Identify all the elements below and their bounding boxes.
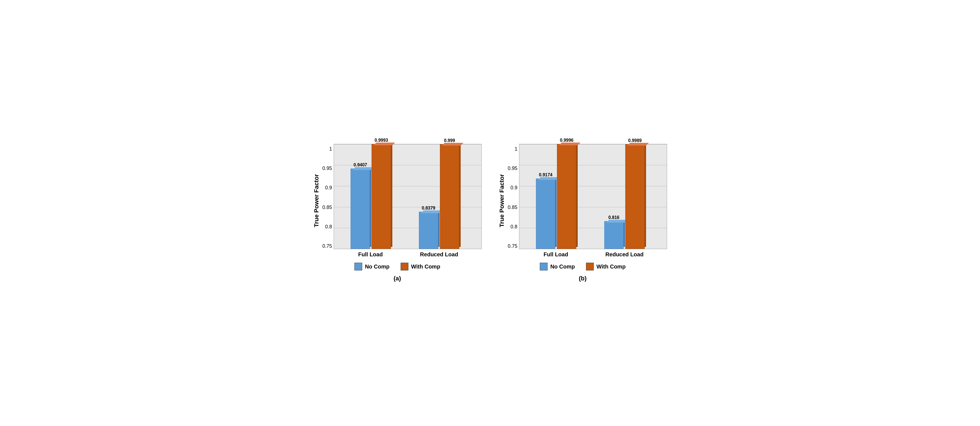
bar-group-0: 0.94070.9993 [350, 138, 391, 249]
bar-group-1: 0.83790.999 [419, 138, 459, 249]
y-tick: 0.85 [508, 204, 517, 211]
bar-blue [350, 169, 370, 249]
y-tick: 0.8 [511, 224, 517, 230]
y-tick: 0.95 [508, 166, 517, 171]
bar-group-1: 0.8160.9989 [604, 138, 645, 249]
x-axis-chart-a: Full LoadReduced Load [333, 249, 482, 258]
y-tick: 0.8 [325, 224, 332, 230]
chart-area-chart-a: True Power Factor10.950.90.850.80.750.94… [313, 144, 482, 258]
legend-label: With Comp [411, 263, 440, 270]
chart-wrapper-chart-a: True Power Factor10.950.90.850.80.750.94… [313, 144, 482, 282]
y-tick: 1 [515, 146, 517, 152]
y-tick: 0.75 [508, 243, 517, 249]
legend-chart-a: No CompWith Comp [355, 263, 440, 270]
bar-value-label: 0.9996 [560, 138, 574, 143]
bar-container-0-1: 0.9996 [557, 138, 576, 249]
y-axis-ticks-chart-b: 10.950.90.850.80.75 [508, 144, 519, 249]
chart-content-chart-b: 10.950.90.850.80.750.91740.99960.8160.99… [508, 144, 667, 258]
legend-label: No Comp [550, 263, 575, 270]
legend-item: With Comp [401, 263, 440, 270]
bar-groups-chart-b: 0.91740.99960.8160.9989 [522, 147, 659, 249]
legend-box-orange [586, 263, 594, 270]
y-axis-ticks-chart-a: 10.950.90.850.80.75 [322, 144, 334, 249]
x-axis-label: Full Load [336, 251, 405, 258]
bar-container-1-1: 0.9989 [625, 138, 645, 249]
y-tick: 0.9 [325, 185, 332, 191]
plot-area-chart-b: 0.91740.99960.8160.9989 [519, 144, 667, 249]
bar-container-0-0: 0.9407 [350, 163, 370, 249]
bar-value-label: 0.9407 [353, 163, 367, 168]
bar-blue [536, 179, 555, 249]
legend-box-blue [540, 263, 547, 270]
bar-container-1-1: 0.999 [440, 138, 459, 249]
bar-orange [557, 144, 576, 249]
y-tick: 0.9 [511, 185, 517, 191]
chart-letter-chart-b: (b) [579, 275, 587, 282]
bar-orange [372, 144, 391, 249]
y-tick: 0.85 [322, 204, 332, 211]
legend-item: No Comp [540, 263, 575, 270]
bar-container-1-0: 0.816 [604, 215, 624, 249]
chart-letter-chart-a: (a) [394, 275, 401, 282]
bar-orange [440, 144, 459, 249]
bar-container-0-1: 0.9993 [372, 138, 391, 249]
bar-group-0: 0.91740.9996 [536, 138, 576, 249]
y-tick: 1 [329, 146, 332, 152]
y-axis-label-chart-b: True Power Factor [498, 144, 506, 258]
x-axis-label: Reduced Load [590, 251, 659, 258]
y-axis-with-ticks-chart-a: 10.950.90.850.80.750.94070.99930.83790.9… [322, 144, 482, 249]
bar-value-label: 0.9993 [375, 138, 388, 143]
y-axis-with-ticks-chart-b: 10.950.90.850.80.750.91740.99960.8160.99… [508, 144, 667, 249]
legend-box-blue [355, 263, 362, 270]
chart-wrapper-chart-b: True Power Factor10.950.90.850.80.750.91… [498, 144, 667, 282]
x-axis-label: Reduced Load [405, 251, 473, 258]
bar-value-label: 0.8379 [422, 206, 435, 211]
legend-item: With Comp [586, 263, 625, 270]
legend-label: With Comp [597, 263, 625, 270]
y-tick: 0.95 [322, 166, 332, 171]
legend-box-orange [401, 263, 408, 270]
chart-content-chart-a: 10.950.90.850.80.750.94070.99930.83790.9… [322, 144, 482, 258]
plot-area-chart-a: 0.94070.99930.83790.999 [334, 144, 482, 249]
bar-value-label: 0.999 [444, 138, 455, 143]
bar-groups-chart-a: 0.94070.99930.83790.999 [337, 147, 473, 249]
bar-blue [604, 221, 624, 249]
bar-value-label: 0.9174 [539, 172, 552, 177]
bar-value-label: 0.816 [608, 215, 619, 220]
bar-value-label: 0.9989 [628, 138, 642, 143]
charts-container: True Power Factor10.950.90.850.80.750.94… [296, 133, 684, 293]
legend-item: No Comp [355, 263, 390, 270]
x-axis-label: Full Load [522, 251, 590, 258]
legend-label: No Comp [365, 263, 390, 270]
bar-container-1-0: 0.8379 [419, 206, 438, 249]
y-tick: 0.75 [322, 243, 332, 249]
legend-chart-b: No CompWith Comp [540, 263, 625, 270]
y-axis-label-chart-a: True Power Factor [313, 144, 320, 258]
bar-orange [625, 144, 645, 249]
bar-container-0-0: 0.9174 [536, 172, 555, 249]
bar-blue [419, 212, 438, 249]
x-axis-chart-b: Full LoadReduced Load [519, 249, 667, 258]
chart-area-chart-b: True Power Factor10.950.90.850.80.750.91… [498, 144, 667, 258]
